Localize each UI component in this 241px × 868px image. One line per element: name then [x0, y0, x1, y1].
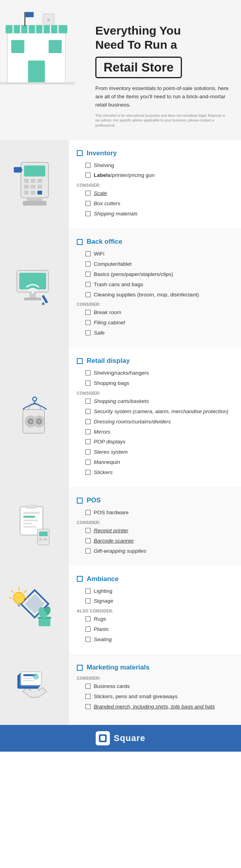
inventory-consider-label: CONSIDER: — [77, 183, 233, 188]
inventory-content: Inventory Shelving Labels/printer/pricin… — [69, 140, 241, 228]
retail-display-title: Retail display — [77, 357, 233, 365]
brand-name: Square — [114, 733, 146, 743]
svg-rect-23 — [31, 185, 35, 189]
svg-point-46 — [38, 420, 40, 423]
inventory-item-shelving: Shelving — [77, 162, 233, 169]
retail-display-illustration — [0, 348, 69, 487]
svg-rect-78 — [23, 680, 34, 681]
svg-rect-81 — [100, 736, 105, 741]
backoffice-title: Back office — [77, 238, 233, 246]
svg-rect-14 — [0, 82, 75, 85]
svg-point-40 — [33, 397, 37, 401]
svg-rect-30 — [14, 167, 22, 173]
pos-checkbox[interactable] — [77, 498, 83, 504]
backoffice-section: Back office WiFi Computer/tablet Basics … — [0, 228, 241, 348]
svg-rect-29 — [23, 201, 46, 206]
svg-rect-49 — [23, 516, 35, 518]
inventory-consider-shipping: Shipping materials — [77, 210, 233, 218]
svg-rect-11 — [49, 40, 62, 53]
svg-marker-38 — [41, 302, 44, 305]
pos-section: POS POS hardware CONSIDER: Receipt print… — [0, 487, 241, 566]
svg-rect-22 — [24, 185, 29, 189]
svg-rect-18 — [24, 166, 45, 177]
header-disclaimer: This checklist is for educational purpos… — [95, 113, 229, 128]
svg-rect-31 — [21, 169, 22, 171]
svg-rect-55 — [39, 538, 42, 541]
marketing-checkbox[interactable] — [77, 665, 83, 671]
retail-display-checkbox[interactable] — [77, 358, 83, 364]
header-section: » Everything You Need To Run a Retail St… — [0, 0, 241, 140]
svg-rect-33 — [19, 273, 46, 289]
inventory-section: Inventory Shelving Labels/printer/pricin… — [0, 140, 241, 228]
ambiance-checkbox[interactable] — [77, 576, 83, 582]
svg-rect-20 — [31, 179, 35, 183]
header-title-box: Retail Store — [95, 57, 182, 78]
svg-rect-52 — [23, 526, 37, 528]
svg-rect-56 — [44, 538, 47, 541]
backoffice-consider-label: CONSIDER: — [77, 302, 233, 307]
svg-rect-67 — [18, 605, 20, 607]
svg-rect-16 — [26, 12, 34, 17]
svg-rect-19 — [24, 179, 29, 183]
sections-container: Inventory Shelving Labels/printer/pricin… — [0, 140, 241, 725]
ambiance-content: Ambiance Lighting Signage ALSO CONSIDER:… — [69, 566, 241, 654]
svg-rect-21 — [37, 179, 42, 183]
inventory-consider-scale: Scale — [77, 190, 233, 197]
svg-rect-54 — [39, 531, 48, 536]
backoffice-checkbox[interactable] — [77, 239, 83, 245]
svg-rect-48 — [23, 512, 40, 514]
retail-store-label: Retail Store — [104, 60, 174, 74]
svg-rect-26 — [31, 191, 35, 195]
svg-rect-50 — [23, 520, 38, 521]
inventory-item-labels: Labels/printer/pricing gun — [77, 172, 233, 179]
svg-point-36 — [32, 291, 34, 294]
header-title: Everything You Need To Run a — [95, 24, 229, 52]
footer-logo: Square — [96, 731, 146, 745]
svg-rect-60 — [39, 618, 50, 626]
svg-rect-27 — [37, 191, 42, 195]
inventory-consider-boxcutters: Box cutters — [77, 200, 233, 208]
header-description: From inventory essentials to point-of-sa… — [95, 85, 229, 109]
svg-rect-66 — [17, 603, 20, 605]
pos-content: POS POS hardware CONSIDER: Receipt print… — [69, 487, 241, 566]
svg-rect-25 — [24, 191, 29, 195]
svg-rect-24 — [37, 185, 42, 189]
marketing-section: Marketing materials CONSIDER: Business c… — [0, 654, 241, 725]
backoffice-content: Back office WiFi Computer/tablet Basics … — [69, 228, 241, 348]
retail-display-content: Retail display Shelving/racks/hangers Sh… — [69, 348, 241, 487]
svg-rect-28 — [27, 198, 43, 201]
svg-point-79 — [33, 673, 39, 680]
svg-line-69 — [24, 590, 26, 592]
backoffice-illustration — [0, 228, 69, 348]
pos-title: POS — [77, 497, 233, 504]
svg-point-43 — [30, 420, 32, 423]
svg-rect-9 — [28, 61, 45, 83]
header-text: Everything You Need To Run a Retail Stor… — [95, 16, 229, 128]
pos-illustration — [0, 487, 69, 566]
svg-rect-51 — [23, 523, 32, 524]
square-logo-icon — [96, 731, 110, 745]
svg-line-71 — [11, 590, 13, 592]
svg-point-65 — [13, 592, 24, 603]
svg-rect-35 — [24, 298, 41, 300]
marketing-content: Marketing materials CONSIDER: Business c… — [69, 654, 241, 725]
svg-rect-57 — [26, 505, 37, 509]
marketing-illustration — [0, 654, 69, 725]
svg-rect-15 — [24, 12, 26, 26]
retail-display-section: Retail display Shelving/racks/hangers Sh… — [0, 348, 241, 487]
inventory-checkbox[interactable] — [77, 150, 83, 156]
inventory-illustration — [0, 140, 69, 228]
inventory-title: Inventory — [77, 149, 233, 157]
footer: Square — [0, 725, 241, 752]
svg-rect-10 — [11, 40, 24, 53]
store-illustration: » — [0, 0, 79, 110]
svg-text:»: » — [47, 16, 50, 23]
svg-rect-77 — [23, 678, 32, 679]
ambiance-section: Ambiance Lighting Signage ALSO CONSIDER:… — [0, 566, 241, 654]
marketing-title: Marketing materials — [77, 664, 233, 671]
ambiance-illustration — [0, 566, 69, 654]
svg-rect-37 — [41, 295, 48, 303]
ambiance-title: Ambiance — [77, 575, 233, 583]
